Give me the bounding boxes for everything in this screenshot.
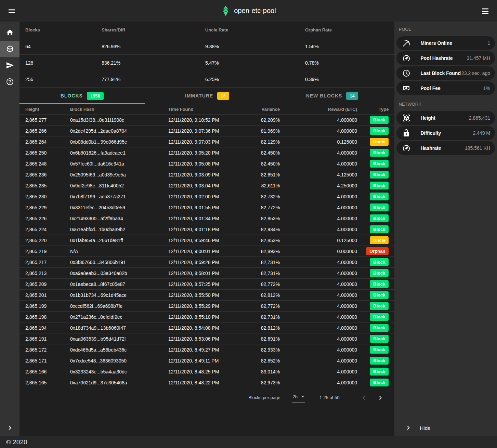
- cube-scan-icon: [402, 114, 410, 122]
- col-header-type: Type: [357, 107, 389, 112]
- table-row: 2,865,194 0x18d734a9...13b6060f47 12/11/…: [19, 322, 394, 333]
- table-row: 2,865,209 0x1aebeca8...8f67c05e87 12/11/…: [19, 279, 394, 290]
- summary-shares-diff-value: 777.91%: [102, 77, 205, 82]
- summary-blocks-value: 128: [25, 60, 102, 66]
- table-row: 2,865,166 0x3233243e...b5a4aa30dc 12/11/…: [19, 366, 394, 377]
- col-header-variance: Variance: [260, 107, 280, 112]
- block-hash-link[interactable]: 0x1aebeca8...8f67c05e87: [70, 281, 168, 287]
- block-hash-link[interactable]: 0x3f367660...345806b191: [70, 260, 168, 265]
- block-height: 2,865,194: [25, 325, 70, 331]
- type-chip: Block: [370, 291, 389, 299]
- sidebar-item-home[interactable]: [0, 24, 19, 41]
- tab-new-blocks-badge: 14: [346, 92, 358, 100]
- summary-header-shares-diff: Shares/Diff: [102, 27, 205, 32]
- block-hash-link[interactable]: 0x21493300...af2ff9ba34: [70, 216, 168, 221]
- block-hash-link[interactable]: 0xa70621d9...37e305468a: [70, 380, 168, 385]
- type-chip: Block: [370, 116, 389, 124]
- pool-last-block-item: Last Block Found 23.2 sec. ago: [396, 66, 495, 80]
- network-hashrate-item: Hashrate 185.561 KH: [396, 141, 495, 155]
- block-hash-link[interactable]: 0x61eabfcd...1b0cba39b2: [70, 227, 168, 232]
- stat-value: 23.2 sec. ago: [461, 70, 490, 76]
- block-reward: 4.000000: [280, 117, 357, 123]
- type-chip: Block: [370, 149, 389, 157]
- block-hash-link[interactable]: N/A: [70, 249, 168, 254]
- block-variance: 82,772%: [260, 281, 280, 287]
- prev-page-button[interactable]: [356, 391, 372, 405]
- block-hash-link[interactable]: 0x3311efec...20453d0e59: [70, 205, 168, 210]
- sidebar-item-payments[interactable]: [0, 57, 19, 74]
- block-time-found: 12/11/2020, 8:58:01 PM: [168, 271, 260, 276]
- block-variance: 82,732%: [260, 194, 280, 199]
- block-hash-link[interactable]: 0x2dc4295d...2dae0a8704: [70, 128, 168, 134]
- type-chip: Block: [370, 258, 389, 266]
- block-height: 2,865,248: [25, 161, 70, 167]
- clock-icon: [402, 69, 410, 77]
- block-variance: 82,893%: [260, 249, 280, 254]
- block-height: 2,865,220: [25, 238, 70, 243]
- type-chip: Block: [370, 324, 389, 332]
- table-row: 2,865,277 0xa15d3f38...0e31f1908c 12/11/…: [19, 115, 394, 126]
- block-height: 2,865,236: [25, 172, 70, 177]
- sidebar-collapse-button[interactable]: [0, 420, 19, 436]
- tab-blocks[interactable]: BLOCKS 1558: [19, 88, 145, 104]
- block-variance: 82,933%: [260, 347, 280, 353]
- block-hash-link[interactable]: 0xa9a8eab3...03a340a82b: [70, 271, 168, 276]
- block-hash-link[interactable]: 0x1fabe54a...2661de81ff: [70, 238, 168, 243]
- pool-hashrate-item: Pool Hashrate 31.457 MH: [396, 51, 495, 65]
- network-height-item: Height 2,865,431: [396, 111, 495, 125]
- block-hash-link[interactable]: 0x9df2e98e...811fc40052: [70, 183, 168, 188]
- chevron-right-icon: [404, 424, 413, 432]
- col-header-hash: Block Hash: [70, 107, 168, 112]
- next-page-button[interactable]: [372, 391, 389, 405]
- table-row: 2,865,172 0xdc465d5a...a58beb436c 12/11/…: [19, 344, 394, 355]
- block-reward: 0.125000: [280, 139, 357, 145]
- summary-rows: 64 826.93% 9.38% 1.56% 128 836.21% 5.47%…: [19, 38, 394, 88]
- tab-immature[interactable]: IMMATURE 16: [145, 88, 270, 104]
- stat-value: 31.457 MH: [466, 55, 490, 61]
- block-hash-link[interactable]: 0x25095f69...a0d39e9e5a: [70, 172, 168, 177]
- table-row: 2,865,165 0xa70621d9...37e305468a 12/11/…: [19, 377, 394, 388]
- pool-fee-item: Pool Fee 1%: [396, 81, 495, 95]
- block-hash-link[interactable]: 0xa15d3f38...0e31f1908c: [70, 117, 168, 123]
- block-hash-link[interactable]: 0x3233243e...b5a4aa30dc: [70, 369, 168, 374]
- block-hash-link[interactable]: 0x57fec60f...da616e941a: [70, 161, 168, 167]
- block-hash-link[interactable]: 0xaa063539...b95d41d72f: [70, 336, 168, 342]
- table-row: 2,865,264 0xb08dd0b1...99e066d95e 12/11/…: [19, 136, 394, 147]
- block-hash-link[interactable]: 0xb08dd0b1...99e066d95e: [70, 139, 168, 145]
- type-chip: Block: [370, 280, 389, 288]
- block-time-found: 12/11/2020, 8:59:46 PM: [168, 238, 260, 243]
- block-reward: 4.000000: [280, 271, 357, 276]
- block-height: 2,865,199: [25, 303, 70, 309]
- hide-drawer-button[interactable]: Hide: [394, 420, 497, 436]
- block-hash-link[interactable]: 0x271a236c...0efcfdf2ec: [70, 314, 168, 320]
- block-time-found: 12/11/2020, 9:03:04 PM: [168, 183, 260, 188]
- app-bar: open-etc-pool: [0, 0, 497, 22]
- block-hash-link[interactable]: 0x1b31b734...69c1d45ace: [70, 292, 168, 298]
- sidebar-item-blocks[interactable]: [0, 41, 19, 57]
- stat-label: Pool Fee: [420, 85, 440, 91]
- table-row: 2,865,199 0xccdf562f...69a698b7fe 12/11/…: [19, 301, 394, 312]
- app-root: open-etc-pool: [0, 0, 497, 448]
- chevron-left-icon: [360, 394, 368, 402]
- right-menu-button[interactable]: [479, 4, 492, 18]
- hide-label: Hide: [420, 425, 430, 431]
- sidebar-item-help[interactable]: [0, 74, 19, 90]
- block-reward: 4.000000: [280, 358, 357, 364]
- block-hash-link[interactable]: 0xccdf562f...69a698b7fe: [70, 303, 168, 309]
- stat-label: Height: [420, 115, 435, 121]
- per-page-value: 25: [292, 394, 297, 399]
- block-reward: 4.000000: [280, 314, 357, 320]
- col-header-time: Time Found: [168, 107, 260, 112]
- block-hash-link[interactable]: 0x6b801826...fa9adcaee1: [70, 150, 168, 156]
- block-hash-link[interactable]: 0x7b8f7199...aea377a271: [70, 194, 168, 199]
- tab-new-blocks[interactable]: NEW BLOCKS 14: [270, 88, 395, 104]
- tab-blocks-badge: 1558: [87, 92, 104, 100]
- left-menu-button[interactable]: [5, 4, 18, 18]
- block-hash-link[interactable]: 0x7cdce548...3636093050: [70, 358, 168, 364]
- per-page-select[interactable]: 25: [292, 393, 305, 403]
- table-row: 2,865,224 0x61eabfcd...1b0cba39b2 12/11/…: [19, 224, 394, 235]
- speedometer-icon: [402, 144, 410, 152]
- block-hash-link[interactable]: 0x18d734a9...13b6060f47: [70, 325, 168, 331]
- block-height: 2,865,219: [25, 249, 70, 254]
- block-hash-link[interactable]: 0xdc465d5a...a58beb436c: [70, 347, 168, 353]
